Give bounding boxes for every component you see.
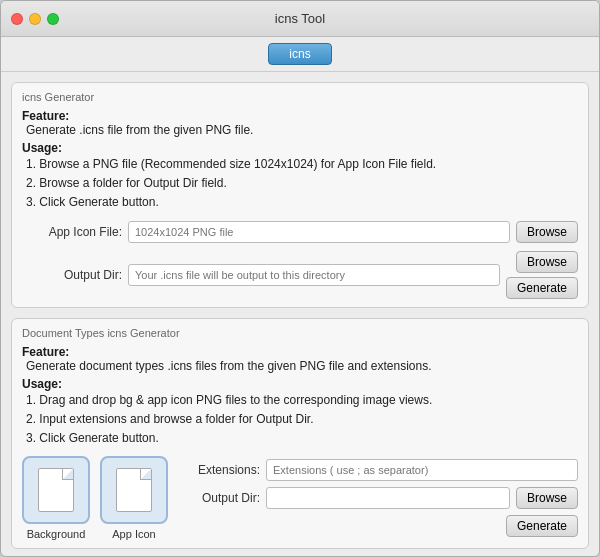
window: icns Tool icns icns Generator Feature: G…: [0, 0, 600, 557]
usage-label: Usage:: [22, 141, 62, 155]
doc-usage-item-1: 1. Drag and drop bg & app icon PNG files…: [26, 391, 578, 410]
doc-feature-block: Feature: Generate document types .icns f…: [22, 345, 578, 449]
doc-output-dir-label: Output Dir:: [180, 491, 260, 505]
output-dir-browse-button[interactable]: Browse: [516, 251, 578, 273]
output-dir-label: Output Dir:: [22, 268, 122, 282]
doc-usage-label: Usage:: [22, 377, 62, 391]
extensions-input[interactable]: [266, 459, 578, 481]
generate-button[interactable]: Generate: [506, 277, 578, 299]
doc-usage-item-2: 2. Input extensions and browse a folder …: [26, 410, 578, 429]
doc-output-dir-input[interactable]: [266, 487, 510, 509]
doc-generate-row: Generate: [180, 515, 578, 537]
doc-feature-text: Generate document types .icns files from…: [26, 359, 578, 373]
traffic-lights: [11, 13, 59, 25]
doc-feature-label: Feature:: [22, 345, 69, 359]
minimize-button[interactable]: [29, 13, 41, 25]
doc-generate-button[interactable]: Generate: [506, 515, 578, 537]
output-dir-row: Output Dir: Browse Generate: [22, 251, 578, 299]
window-title: icns Tool: [275, 11, 325, 26]
app-icon-label: App Icon File:: [22, 225, 122, 239]
app-icon-row: App Icon File: Browse: [22, 221, 578, 243]
icns-generator-section: icns Generator Feature: Generate .icns f…: [11, 82, 589, 308]
maximize-button[interactable]: [47, 13, 59, 25]
extensions-row: Extensions:: [180, 459, 578, 481]
close-button[interactable]: [11, 13, 23, 25]
usage-item-3: 3. Click Generate button.: [26, 193, 578, 212]
buttons-col: Browse Generate: [506, 251, 578, 299]
doc-output-dir-row: Output Dir: Browse: [180, 487, 578, 509]
extensions-label: Extensions:: [180, 463, 260, 477]
main-content: icns Generator Feature: Generate .icns f…: [1, 72, 599, 556]
doc-lower: Background App Icon Extensions:: [22, 456, 578, 540]
doc-generator-section: Document Types icns Generator Feature: G…: [11, 318, 589, 550]
doc-browse-button[interactable]: Browse: [516, 487, 578, 509]
background-label: Background: [27, 528, 86, 540]
feature-text: Generate .icns file from the given PNG f…: [26, 123, 578, 137]
app-icon-browse-button[interactable]: Browse: [516, 221, 578, 243]
section1-title: icns Generator: [22, 91, 578, 103]
feature-label: Feature:: [22, 109, 69, 123]
tab-bar: icns: [1, 37, 599, 72]
background-drop-zone[interactable]: [22, 456, 90, 524]
app-icon-input[interactable]: [128, 221, 510, 243]
background-icon-box: Background: [22, 456, 90, 540]
titlebar: icns Tool: [1, 1, 599, 37]
tab-icns[interactable]: icns: [268, 43, 331, 65]
app-icon-label: App Icon: [112, 528, 155, 540]
background-doc-icon: [38, 468, 74, 512]
doc-usage-item-3: 3. Click Generate button.: [26, 429, 578, 448]
icon-panel: Background App Icon: [22, 456, 168, 540]
app-icon-box: App Icon: [100, 456, 168, 540]
section2-title: Document Types icns Generator: [22, 327, 578, 339]
app-icon-drop-zone[interactable]: [100, 456, 168, 524]
usage-item-1: 1. Browse a PNG file (Recommended size 1…: [26, 155, 578, 174]
output-dir-input[interactable]: [128, 264, 500, 286]
app-doc-icon: [116, 468, 152, 512]
feature-block: Feature: Generate .icns file from the gi…: [22, 109, 578, 213]
usage-item-2: 2. Browse a folder for Output Dir field.: [26, 174, 578, 193]
doc-form-panel: Extensions: Output Dir: Browse Generate: [180, 456, 578, 540]
